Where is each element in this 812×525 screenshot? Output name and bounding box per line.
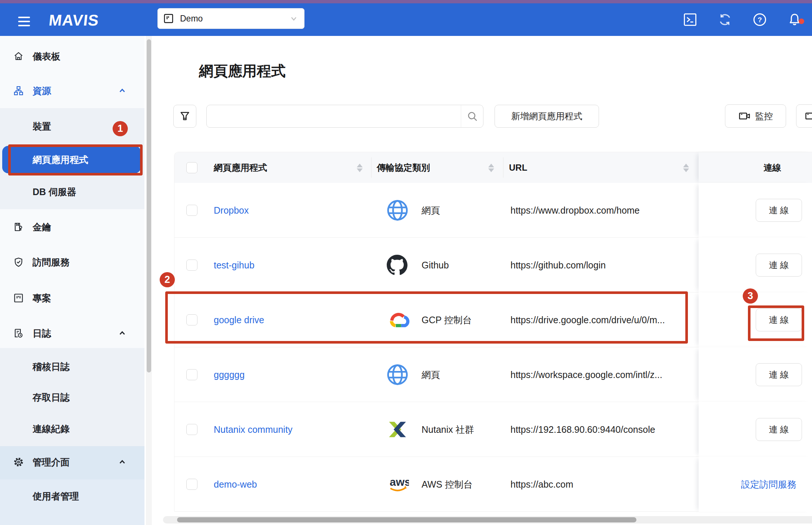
video-camera-icon [805,110,812,123]
column-header-connect: 連線 [699,152,812,183]
sidebar-item-access-logs[interactable]: 存取日誌 [0,388,144,407]
webapp-name-link[interactable]: Nutanix community [214,424,293,435]
search-icon [467,111,478,122]
table-row: test-gihub Github https://github.com/log… [174,238,812,292]
terminal-icon[interactable] [673,13,708,26]
table-row: demo-web aws AWS 控制台 https://abc.com 設定訪… [174,457,812,512]
annotation-box-step1 [8,144,143,175]
webapp-name-link[interactable]: test-gihub [214,260,254,271]
chevron-up-icon[interactable] [118,329,127,338]
sidebar-item-user-management[interactable]: 使用者管理 [0,486,144,506]
select-all-checkbox[interactable] [186,162,197,173]
row-checkbox[interactable] [186,369,197,380]
sidebar-scrollbar-track[interactable] [146,36,152,525]
row-checkbox[interactable] [186,260,197,271]
row-checkbox[interactable] [186,205,197,216]
github-icon [387,255,407,275]
chevron-up-icon[interactable] [118,86,127,95]
table-row: Dropbox 網頁 https://www.dropbox.com/home … [174,183,812,238]
sidebar-scrollbar-thumb[interactable] [147,39,151,372]
monitor-button[interactable]: 監控 [725,104,786,128]
protocol-icon-cell [387,183,408,238]
column-divider [371,157,372,178]
bell-icon[interactable] [777,13,812,27]
sidebar-item-db-servers[interactable]: DB 伺服器 [0,182,144,201]
add-webapp-button[interactable]: 新增網頁應用程式 [495,105,599,128]
annotation-badge-3: 3 [743,288,758,304]
sort-icon[interactable] [683,161,689,174]
connect-button[interactable]: 連 線 [756,418,802,441]
connect-cell: 設定訪問服務 [699,457,812,512]
protocol-icon-cell [387,402,408,457]
sidebar-item-management[interactable]: 管理介面 [0,452,144,472]
chevron-up-icon[interactable] [118,458,127,467]
protocol-label: 網頁 [422,183,440,238]
svg-text:aws: aws [390,476,409,488]
protocol-label: 網頁 [422,347,440,402]
sync-icon[interactable] [708,13,742,27]
webapp-url: https://192.168.90.60:9440/console [510,402,655,457]
column-divider [503,157,503,178]
key-icon [13,222,24,232]
annotation-box-step3 [748,305,804,341]
sort-icon[interactable] [488,161,494,174]
sidebar-item-connection-records[interactable]: 連線紀錄 [0,419,144,438]
brand-logo: MAVIS [48,11,113,29]
protocol-icon-cell [387,238,407,292]
protocol-icon-cell: aws [387,457,409,512]
chevron-down-icon [289,14,298,23]
connect-cell: 連 線 [699,183,812,238]
help-icon[interactable]: ? [742,13,777,27]
connect-cell: 連 線 [699,238,812,292]
browser-accent-strip [0,0,812,3]
hamburger-menu-icon[interactable] [18,17,30,26]
connect-cell: 連 線 [699,347,812,402]
search-box [206,105,483,128]
annotation-badge-1: 1 [113,121,128,136]
sort-icon[interactable] [357,161,363,174]
gear-icon [13,457,24,467]
sidebar-item-projects[interactable]: 專案 [0,288,144,308]
search-input[interactable] [207,105,461,127]
table-row: Nutanix community Nutanix 社群 https://192… [174,402,812,457]
column-header-url: URL [509,152,527,183]
header-actions: ? [673,3,812,36]
page-title: 網頁應用程式 [199,61,286,81]
horizontal-scrollbar-thumb[interactable] [177,517,636,522]
row-checkbox[interactable] [186,424,197,435]
main-content: 網頁應用程式 新增網頁應用程式 監控 網頁應用程式 [152,36,812,525]
connect-button[interactable]: 連 線 [756,254,802,277]
filter-icon [179,110,191,122]
home-icon [13,51,24,61]
sidebar-item-dashboard[interactable]: 儀表板 [0,47,144,66]
sidebar-item-logs[interactable]: 日誌 [0,324,144,343]
sidebar-item-audit-logs[interactable]: 稽核日誌 [0,357,144,376]
connect-button[interactable]: 連 線 [756,199,802,222]
protocol-label: Github [422,238,449,292]
sidebar-item-resources[interactable]: 資源 [0,81,144,100]
connect-cell: 連 線 [699,402,812,457]
webapp-name-link[interactable]: Dropbox [214,205,249,216]
horizontal-scrollbar-track[interactable] [163,516,812,524]
sidebar-item-access-service[interactable]: 訪問服務 [0,253,144,272]
sidebar-item-keys[interactable]: 金鑰 [0,217,144,237]
resources-icon [13,86,24,96]
webapp-name-link[interactable]: demo-web [214,479,257,490]
configure-access-service-link[interactable]: 設定訪問服務 [741,478,796,491]
log-file-icon [13,328,24,338]
table-body: Dropbox 網頁 https://www.dropbox.com/home … [174,183,812,512]
project-selector-value: Demo [180,14,289,24]
filter-button[interactable] [173,105,196,128]
connect-button[interactable]: 連 線 [756,363,802,386]
app-header: MAVIS Demo ? [0,3,812,36]
video-camera-icon [738,110,751,123]
notification-dot [799,19,804,24]
search-button[interactable] [461,105,483,127]
project-selector[interactable]: Demo [157,8,304,29]
row-checkbox[interactable] [186,479,197,490]
webapp-name-link[interactable]: gggggg [214,369,244,380]
clipped-edge-button[interactable] [796,104,812,128]
protocol-label: AWS 控制台 [422,457,473,512]
column-header-protocol: 傳輸協定類別 [377,152,430,183]
protocol-label: Nutanix 社群 [422,402,474,457]
